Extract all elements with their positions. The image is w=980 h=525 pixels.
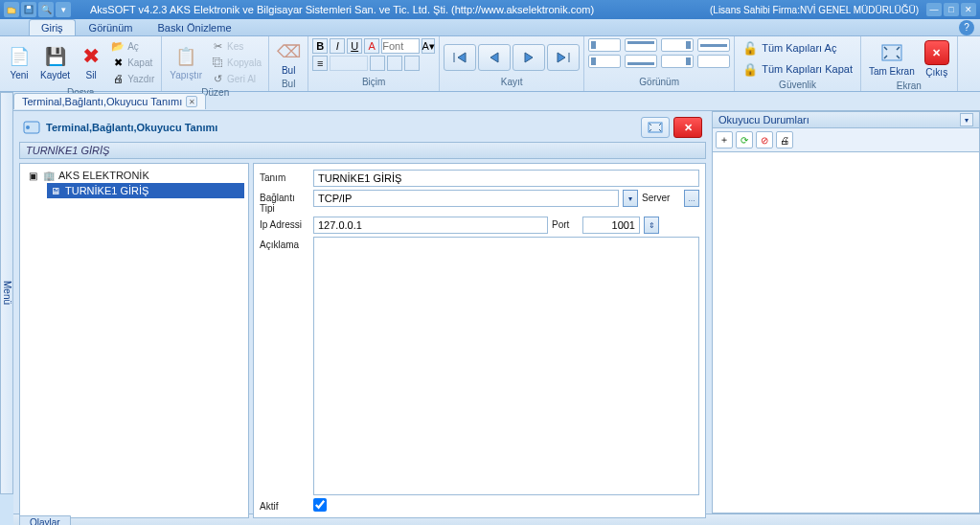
nav-next-button[interactable]	[513, 44, 545, 71]
layout-rt-button[interactable]	[661, 38, 694, 52]
tree-root[interactable]: ▣ 🏢 AKS ELEKTRONİK	[24, 168, 244, 183]
layout-lt-button[interactable]	[588, 38, 621, 52]
tab-baski[interactable]: Baskı Önizleme	[146, 20, 242, 35]
minimize-button[interactable]: —	[926, 3, 942, 16]
rp-add-button[interactable]: ＋	[716, 131, 733, 148]
port-input[interactable]	[582, 217, 640, 234]
document-tab-close-icon[interactable]: ✕	[186, 96, 197, 107]
kaydet-button[interactable]: 💾Kaydet	[36, 43, 74, 82]
bul-button[interactable]: ⌫Bul	[273, 38, 304, 78]
kopyala-button[interactable]: ⿻Kopyala	[208, 55, 264, 70]
tree-terminal-icon: 🖥	[49, 184, 62, 197]
group-label: Bul	[273, 78, 304, 91]
kapat-button[interactable]: ✖Kapat	[108, 55, 157, 70]
port-spinner-icon[interactable]: ⇕	[644, 217, 659, 234]
ac-button[interactable]: 📂Aç	[108, 38, 157, 54]
tree-child-selected[interactable]: 🖥 TURNİKE1 GİRİŞ	[47, 183, 244, 198]
baglanti-dropdown-icon[interactable]: ▾	[623, 190, 638, 207]
tree-building-icon: 🏢	[42, 169, 56, 182]
menu-sidebar[interactable]: Menü	[0, 92, 13, 494]
nav-last-button[interactable]	[547, 44, 580, 71]
qat-open-icon[interactable]	[4, 2, 19, 17]
qat-save-icon[interactable]	[21, 2, 36, 17]
document-header: Terminal,Bağlantı,Okuyucu Tanımı ✕	[15, 113, 710, 142]
rp-delete-button[interactable]: ⊘	[756, 131, 773, 148]
server-label: Server	[642, 190, 680, 203]
ribbon-group-guvenlik: 🔓Tüm Kapıları Aç 🔒Tüm Kapıları Kapat Güv…	[735, 36, 861, 91]
doc-close-button[interactable]: ✕	[673, 117, 702, 138]
italic-button[interactable]: I	[330, 38, 345, 54]
tanim-input[interactable]	[313, 170, 699, 187]
ip-label: Ip Adressi	[260, 217, 309, 230]
layout-rb-button[interactable]	[661, 55, 694, 68]
aciklama-label: Açıklama	[260, 237, 309, 250]
nav-prev-button[interactable]	[478, 44, 511, 71]
server-dropdown-icon[interactable]: …	[684, 190, 699, 207]
exit-icon: ✕	[924, 40, 949, 65]
yazdir-button[interactable]: 🖨Yazdır	[108, 71, 157, 86]
ribbon-group-bul: ⌫Bul Bul	[269, 36, 308, 91]
svg-rect-1	[27, 6, 31, 9]
nav-first-button[interactable]	[444, 44, 476, 71]
align-left-button[interactable]: ≡	[312, 56, 328, 71]
doc-fullscreen-button[interactable]	[641, 117, 670, 138]
rp-print-button[interactable]: 🖨	[776, 131, 793, 148]
tab-olaylar[interactable]: Olaylar	[19, 515, 71, 525]
document-tab[interactable]: Terminal,Bağlantı,Okuyucu Tanımı ✕	[13, 93, 206, 109]
right-panel-body	[712, 152, 980, 514]
tree-collapse-icon[interactable]: ▣	[26, 169, 39, 182]
cut-icon: ✂	[211, 39, 224, 53]
tum-kapilari-kapat-button[interactable]: 🔒Tüm Kapıları Kapat	[739, 59, 856, 79]
sil-button[interactable]: ✖Sil	[76, 43, 106, 82]
terminal-icon	[23, 119, 40, 136]
close-button[interactable]: ✕	[961, 3, 976, 16]
aktif-checkbox[interactable]	[313, 498, 327, 512]
tab-giris[interactable]: Giriş	[29, 19, 76, 35]
layout-lb-button[interactable]	[588, 55, 621, 68]
font-color-dropdown[interactable]: A▾	[422, 38, 435, 54]
kes-button[interactable]: ✂Kes	[208, 38, 264, 54]
lock-closed-icon: 🔒	[742, 61, 758, 77]
yeni-button[interactable]: 📄Yeni	[4, 43, 34, 82]
baglanti-input[interactable]	[313, 190, 619, 207]
layout-mid-button[interactable]	[697, 38, 730, 52]
ip-input[interactable]	[313, 217, 548, 234]
ribbon-group-gorunum: Görünüm	[584, 36, 735, 91]
open-icon: 📂	[111, 39, 125, 53]
document-title: Terminal,Bağlantı,Okuyucu Tanımı	[46, 122, 217, 133]
qat-find-icon[interactable]: 🔍	[38, 2, 54, 17]
maximize-button[interactable]: □	[944, 3, 959, 16]
align-l-button[interactable]	[370, 56, 385, 71]
svg-point-4	[26, 126, 30, 129]
cikis-button[interactable]: ✕Çıkış	[921, 38, 953, 80]
group-label: Ekran	[865, 80, 953, 93]
qat-dropdown-icon[interactable]: ▾	[56, 2, 71, 17]
help-icon[interactable]: ?	[959, 20, 974, 35]
layout-top-button[interactable]	[625, 38, 657, 52]
align-c-button[interactable]	[387, 56, 402, 71]
aciklama-textarea[interactable]	[313, 237, 699, 495]
app-title: AksSOFT v4.2.3 AKS Elektronik ve Bilgisa…	[90, 4, 710, 15]
layout-bot-button[interactable]	[625, 55, 657, 68]
bold-button[interactable]: B	[312, 38, 328, 54]
align-conditional-button[interactable]	[330, 56, 368, 71]
yapistir-button[interactable]: 📋Yapıştır	[166, 43, 206, 82]
gerial-button[interactable]: ↺Geri Al	[208, 71, 264, 86]
font-combo[interactable]	[381, 38, 420, 54]
tanim-label: Tanım	[260, 170, 309, 183]
lock-open-icon: 🔓	[742, 40, 758, 56]
tum-kapilari-ac-button[interactable]: 🔓Tüm Kapıları Aç	[739, 38, 856, 57]
group-label: Güvenlik	[739, 79, 856, 92]
layout-blank-button[interactable]	[697, 55, 730, 68]
group-label: Biçim	[312, 76, 435, 89]
tam-ekran-button[interactable]: Tam Ekran	[865, 39, 919, 79]
ribbon-group-dosya: 📄Yeni 💾Kaydet ✖Sil 📂Aç ✖Kapat 🖨Yazdır Do…	[0, 36, 162, 91]
font-color-button[interactable]: A	[364, 38, 379, 54]
underline-button[interactable]: U	[347, 38, 362, 54]
right-panel: Okuyucu Durumları ▾ ＋ ⟳ ⊘ 🖨	[712, 111, 980, 514]
right-panel-collapse-icon[interactable]: ▾	[960, 113, 973, 126]
tab-gorunum[interactable]: Görünüm	[78, 20, 145, 35]
align-r-button[interactable]	[404, 56, 420, 71]
rp-refresh-button[interactable]: ⟳	[736, 131, 753, 148]
title-bar: 🔍 ▾ AksSOFT v4.2.3 AKS Elektronik ve Bil…	[0, 0, 980, 19]
